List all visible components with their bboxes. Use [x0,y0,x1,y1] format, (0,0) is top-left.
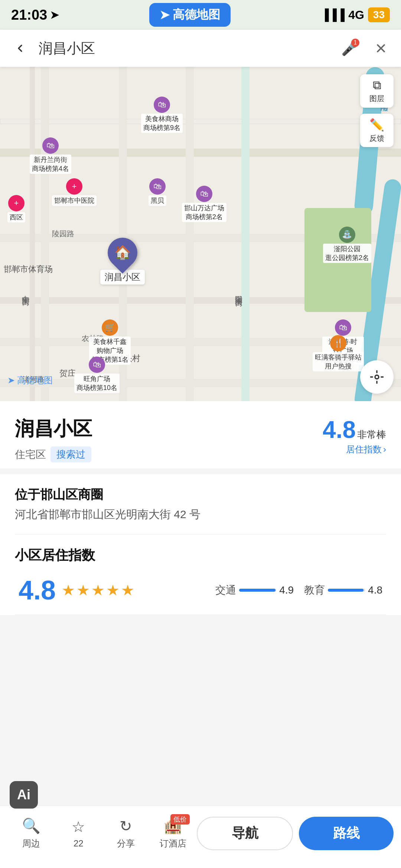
searched-tag[interactable]: 搜索过 [50,446,91,462]
traffic-bar [239,589,276,592]
rating-number: 4.8 [323,416,356,443]
map-background: 陵园路 农林路 渚河路 中华南大街 滏阳河南大街 滏阳河 贺庄 罗城头村 🛍 美… [0,67,401,401]
poi-qianxin-icon: 🛒 [102,319,118,336]
poi-xindan[interactable]: 🛍 新丹兰尚街商场榜第4名 [30,137,71,174]
mic-badge: 1 [351,39,359,47]
hotel-badge: 低价 [170,814,190,825]
poi-wangmanke[interactable]: 🍴 旺满客骑手驿站用户热搜 [313,335,364,371]
poi-heibei[interactable]: 🛍 黑贝 [149,178,166,206]
navigate-label: 导航 [232,824,258,842]
status-right: ▐▐▐ 4G 33 [321,7,390,22]
poi-hospital[interactable]: + 邯郸市中医院 [52,178,97,206]
collect-label: 22 [74,838,84,849]
star-4: ★ [106,582,120,599]
edu-bar [328,589,365,592]
poi-heibei-icon: 🛍 [149,178,166,195]
left-index: 4.8 ★ ★ ★ ★ ★ [19,575,134,605]
ai-indicator[interactable]: Ai [10,781,38,809]
search-query-text: 润昌小区 [39,39,95,58]
place-type-tag: 住宅区 [15,448,46,462]
road-v5 [30,67,35,401]
location-title: 位于邯山区商圈 [15,486,386,503]
status-bar: 21:03 ➤ ➤ 高德地图 ▐▐▐ 4G 33 [0,0,401,30]
poi-wangjiao-icon: 🛍 [89,357,105,373]
location-section: 位于邯山区商圈 河北省邯郸市邯山区光明南大街 42 号 [15,474,386,534]
map-container[interactable]: 陵园路 农林路 渚河路 中华南大街 滏阳河南大街 滏阳河 贺庄 罗城头村 🛍 美… [0,67,401,401]
layer-button[interactable]: ⧉ 图层 [360,74,394,108]
svg-point-2 [375,375,379,379]
rating-section[interactable]: 4.8 非常棒 居住指数 › [312,416,386,455]
battery-indicator: 33 [368,7,390,22]
index-row: 4.8 ★ ★ ★ ★ ★ 交通 4.9 教育 [15,575,386,605]
stars-row: ★ ★ ★ ★ ★ [62,582,134,599]
poi-meishilin[interactable]: 🛍 美食林商场商场榜第9名 [141,97,183,133]
share-label: 分享 [117,838,135,849]
poi-wanda[interactable]: 🛍 邯山万达广场商场榜第2名 [182,186,226,222]
star-1: ★ [62,582,75,599]
collect-button[interactable]: ☆ 22 [55,815,102,852]
poi-hospital-icon: + [66,178,82,195]
sub-ratings: 交通 4.9 教育 4.8 [215,583,382,597]
sub-rating-edu-value: 4.8 [368,584,382,596]
poi-wanda-icon: 🛍 [196,186,212,202]
big-rating-number: 4.8 [19,575,56,605]
star-2: ★ [76,582,90,599]
place-name: 润昌小区 [15,416,312,442]
rating-sub[interactable]: 居住指数 › [346,443,386,455]
location-button[interactable] [360,360,394,394]
poi-furuite-icon: 🛍 [335,319,351,336]
collect-icon: ☆ [72,818,85,835]
place-label-hezhuang: 贺庄 [59,368,76,379]
search-input-container[interactable]: 润昌小区 [39,39,331,58]
gaode-watermark: ➤ 高德地图 [7,374,53,386]
poi-shop-icon: 🛍 [154,97,170,113]
location-address: 河北省邯郸市邯山区光明南大街 42 号 [15,507,386,522]
signal-icon: ▐▐▐ [321,9,345,21]
clear-button[interactable] [370,37,392,59]
location-arrow-icon: ➤ [50,9,59,21]
poi-park[interactable]: ⛲ 滏阳公园逛公园榜第2名 [323,227,371,263]
nearby-icon: 🔍 [22,817,40,835]
nearby-button[interactable]: 🔍 周边 [7,813,55,853]
feedback-button[interactable]: ✏️ 反馈 [360,114,394,147]
app-name-badge: ➤ 高德地图 [149,3,231,27]
main-location-pin[interactable]: 🏠 润昌小区 [100,238,145,285]
poi-wangjiao[interactable]: 🛍 旺角广场商场榜第10名 [74,357,120,393]
feedback-btn-label: 反馈 [369,133,384,143]
rating-label: 非常棒 [357,428,386,441]
road-v4 [241,67,250,401]
status-time: 21:03 ➤ [11,7,59,23]
road-h2 [0,119,401,124]
gaode-watermark-text: 高德地图 [17,374,53,386]
traffic-bar-fill [239,589,276,592]
bottom-toolbar: 🔍 周边 ☆ 22 ↻ 分享 🏨 低价 订酒店 导航 路线 [0,806,401,868]
rating-sub-label: 居住指数 [346,443,382,455]
road-v1 [41,67,49,401]
route-button[interactable]: 路线 [299,817,394,850]
poi-wangmanke-icon: 🍴 [330,335,346,351]
nearby-label: 周边 [22,838,40,849]
network-type: 4G [348,8,364,22]
road-label-fuyang-south: 滏阳河南大街 [234,290,244,294]
route-label: 路线 [333,824,360,842]
poi-xiqu[interactable]: + 西区 [7,195,25,222]
feedback-icon: ✏️ [369,118,384,132]
navigate-button[interactable]: 导航 [197,817,293,850]
layer-icon: ⧉ [373,78,381,92]
chevron-right-icon: › [383,444,386,455]
layer-btn-label: 图层 [369,94,384,104]
sub-rating-traffic: 交通 4.9 [215,583,294,597]
index-section-title: 小区居住指数 [15,546,386,565]
gaode-nav-icon: ➤ [160,8,170,22]
hotel-button[interactable]: 🏨 低价 订酒店 [150,813,197,853]
search-bar: 润昌小区 🎤 1 [0,30,401,67]
place-title-section: 润昌小区 住宅区 搜索过 [15,416,312,462]
place-tags: 住宅区 搜索过 [15,446,312,462]
back-button[interactable] [9,37,31,59]
edu-bar-fill [328,589,363,592]
gaode-logo-icon: ➤ [7,375,15,386]
mic-button[interactable]: 🎤 1 [339,37,361,59]
share-button[interactable]: ↻ 分享 [102,814,150,853]
share-icon: ↻ [120,817,132,835]
road-v3 [186,67,194,401]
